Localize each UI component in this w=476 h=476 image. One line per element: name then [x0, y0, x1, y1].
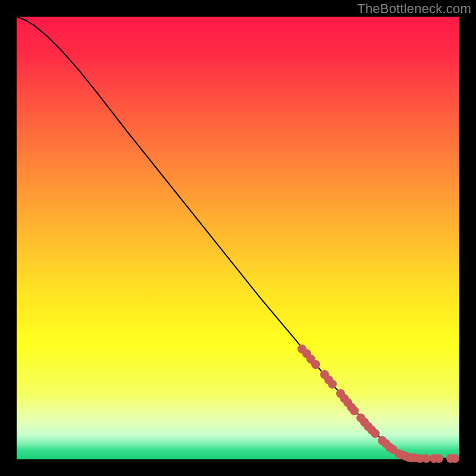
data-point	[434, 454, 443, 463]
data-point	[450, 454, 459, 463]
data-point	[328, 380, 337, 389]
data-point	[311, 360, 320, 369]
plot-area	[17, 17, 459, 459]
line-series	[17, 17, 459, 459]
watermark-text: TheBottleneck.com	[357, 1, 471, 17]
chart-stage: TheBottleneck.com	[0, 0, 476, 476]
data-point	[350, 406, 359, 415]
